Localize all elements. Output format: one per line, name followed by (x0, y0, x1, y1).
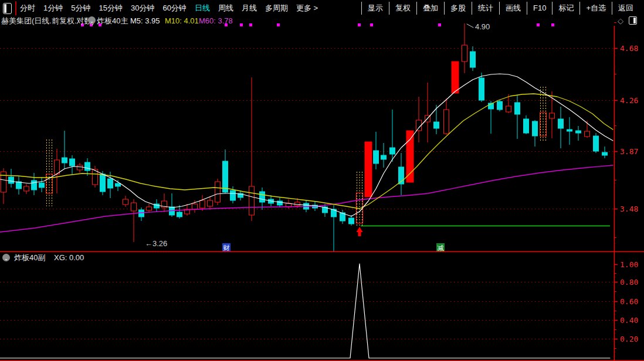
period-menu: 分时1分钟5分钟15分钟30分钟60分钟日线周线月线多周期更多 > (20, 3, 318, 13)
chevron-down-icon[interactable]: ⌄ (88, 16, 96, 24)
candle-up (192, 204, 198, 209)
candle-up-solid (406, 131, 413, 182)
candle-up (249, 186, 255, 215)
trading-app-window: 4.90←3.26财减4.684.263.873.481.000.800.600… (0, 0, 644, 361)
toolbar-action-9[interactable]: 返回 (612, 2, 639, 15)
ma60-line (0, 165, 613, 232)
candle-down (108, 179, 113, 188)
toolbar-item-9[interactable]: 多周期 (265, 3, 288, 13)
top-toolbar: 分时1分钟5分钟15分钟30分钟60分钟日线周线月线多周期更多 > 显示复权叠加… (0, 0, 644, 16)
candle-down (567, 130, 572, 131)
candle-down (9, 177, 14, 183)
toolbar-separator (15, 1, 16, 15)
candle-down (470, 52, 476, 67)
chevron-down-icon[interactable]: ⌄ (2, 254, 10, 261)
sub-axis-label: 0.40 (620, 316, 638, 325)
toolbar-item-8[interactable]: 月线 (242, 3, 257, 13)
chip-label-1: 减 (438, 244, 444, 251)
candle-up (123, 199, 128, 205)
sub-axis-label: 0.60 (620, 297, 638, 306)
candle-down (524, 119, 529, 133)
toolbar-action-2[interactable]: 叠加 (416, 2, 444, 15)
candle-down (381, 155, 387, 159)
toolbar-item-2[interactable]: 5分钟 (71, 3, 90, 13)
toolbar-item-7[interactable]: 周线 (218, 3, 233, 13)
candle-up (215, 182, 221, 202)
candle-down (62, 158, 67, 163)
toolbar-item-6[interactable]: 日线 (195, 3, 210, 13)
candle-down (576, 131, 581, 133)
ma5-line (0, 74, 613, 216)
candle-up-solid (452, 62, 459, 93)
candle-down (223, 161, 228, 192)
candle-up (1, 172, 6, 192)
candle-up (444, 110, 449, 134)
sub-axis-label: 0.80 (620, 278, 638, 287)
candle-down (116, 183, 121, 186)
candle-down (139, 210, 144, 217)
candle-down (85, 162, 90, 171)
candle-up (200, 200, 205, 208)
candle-down (602, 152, 608, 155)
candle-up (24, 186, 29, 191)
toolbar-item-4[interactable]: 30分钟 (131, 3, 154, 13)
toolbar-action-7[interactable]: 标记 (552, 2, 579, 15)
candle-up (506, 106, 511, 112)
sub-axis-label: 0.20 (620, 335, 638, 343)
window-pane-icon[interactable] (629, 16, 637, 25)
ma-label-1: M10: 4.01 (165, 16, 199, 26)
price-label: 4.26 (620, 96, 638, 105)
candle-down (515, 103, 520, 114)
toolbar-item-10[interactable]: 更多 > (296, 3, 318, 13)
candle-up (77, 165, 83, 170)
toolbar-item-0[interactable]: 分时 (20, 3, 35, 13)
toolbar-action-0[interactable]: 显示 (361, 2, 389, 15)
candle-down (374, 151, 379, 164)
toolbar-item-1[interactable]: 1分钟 (43, 3, 63, 13)
price-label: 3.87 (620, 147, 638, 156)
xg-indicator-line (0, 264, 610, 358)
toolbar-action-4[interactable]: 统计 (472, 2, 499, 15)
toolbar-item-5[interactable]: 60分钟 (162, 3, 186, 13)
ma-label-2: M60: 3.78 (199, 16, 233, 26)
candle-up (585, 131, 590, 137)
candle-down (32, 180, 37, 190)
sub-chart-header: ⌄ 炸板40副 XG: 0.00 (0, 253, 644, 263)
candle-down (100, 174, 106, 192)
candle-down (479, 78, 484, 100)
toolbar-action-1[interactable]: 复权 (389, 2, 416, 15)
toolbar-action-3[interactable]: 多股 (444, 2, 472, 15)
main-indicator-label[interactable]: 炸板40主 (97, 16, 128, 26)
signal-up-arrow (357, 227, 363, 236)
diamond-icon[interactable]: ◇ (618, 16, 623, 26)
candle-down (70, 159, 75, 166)
price-label: 3.48 (620, 205, 638, 213)
ma-label-0: M5: 3.95 (130, 16, 160, 26)
price-label: 4.68 (620, 44, 638, 53)
toolbar-item-3[interactable]: 15分钟 (99, 3, 122, 13)
candle-up (208, 200, 213, 206)
candle-up (147, 207, 152, 210)
candle-down (497, 101, 503, 110)
candle-down (260, 192, 265, 202)
candle-up (131, 203, 137, 211)
chart-canvas[interactable]: 4.90←3.26财减4.684.263.873.481.000.800.600… (0, 0, 644, 361)
candle-down (390, 148, 395, 154)
sub-indicator-value: XG: 0.00 (54, 253, 84, 263)
candle-up-solid (365, 142, 372, 197)
candle-down (558, 119, 564, 128)
candle-down (39, 183, 45, 188)
toolbar-action-5[interactable]: 画线 (499, 2, 527, 15)
candle-up (462, 45, 467, 62)
chip-label-0: 财 (223, 244, 230, 251)
layout-split-icon[interactable] (3, 3, 12, 14)
toolbar-action-6[interactable]: F10 (527, 2, 552, 15)
candle-down (177, 212, 182, 217)
sub-indicator-label[interactable]: 炸板40副 (14, 253, 45, 263)
candle-down (231, 190, 236, 200)
toolbar-action-8[interactable]: +自选 (579, 2, 612, 15)
candle-down (533, 121, 538, 136)
candle-down (434, 122, 439, 128)
action-menu: 显示复权叠加多股统计画线F10标记+自选返回 (361, 2, 639, 15)
chart-title-row: 赫美集团(日线.前复权.对数) ⌄ 炸板40主 ◇ M5: 3.95M10: 4… (0, 16, 644, 26)
